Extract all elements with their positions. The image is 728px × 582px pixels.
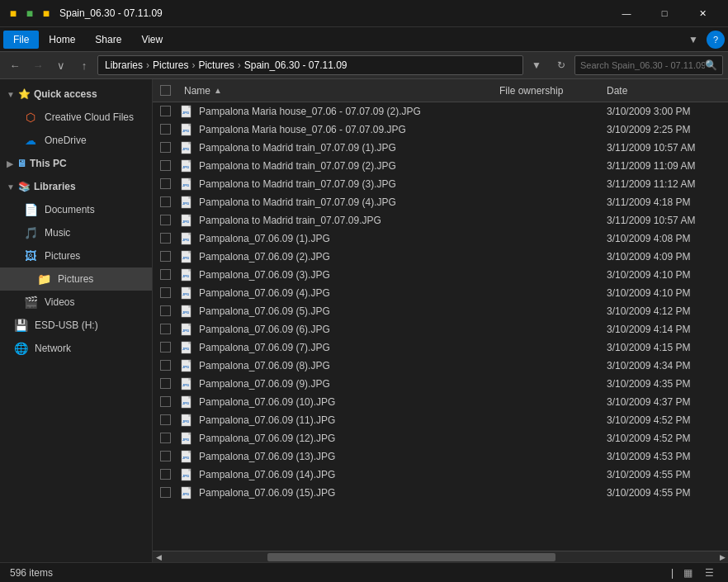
row-checkbox[interactable] xyxy=(160,124,171,135)
table-row[interactable]: JPG Pampalona Maria house_07.06 - 07.07.… xyxy=(153,121,728,139)
jpg-file-icon: JPG xyxy=(181,468,194,481)
view-toggle-buttons: ▦ ☰ xyxy=(678,564,718,582)
table-row[interactable]: JPG Pampalona_07.06.09 (14).JPG 3/10/200… xyxy=(153,466,728,484)
details-view-button[interactable]: ▦ xyxy=(678,564,697,582)
back-button[interactable]: ← xyxy=(5,55,25,75)
col-ownership-header[interactable]: File ownership xyxy=(493,85,600,97)
search-icon[interactable]: 🔍 xyxy=(705,59,717,71)
row-checkbox[interactable] xyxy=(160,487,171,498)
row-checkbox[interactable] xyxy=(160,106,171,116)
svg-text:JPG: JPG xyxy=(182,274,189,278)
menu-view[interactable]: View xyxy=(131,31,173,49)
row-checkbox[interactable] xyxy=(160,215,171,225)
sidebar-item-onedrive[interactable]: ☁ OneDrive xyxy=(0,129,152,152)
row-checkbox[interactable] xyxy=(160,269,171,280)
sidebar-item-pictures-lib[interactable]: 🖼 Pictures xyxy=(0,244,152,267)
window: ■ ■ ■ Spain_06.30 - 07.11.09 — □ ✕ File … xyxy=(0,0,728,582)
sidebar-item-libraries[interactable]: ▼ 📚 Libraries xyxy=(0,175,152,198)
row-checkbox[interactable] xyxy=(160,396,171,407)
table-row[interactable]: JPG Pampalona_07.06.09 (5).JPG 3/10/2009… xyxy=(153,302,728,320)
sidebar-item-quick-access[interactable]: ▼ ⭐ Quick access xyxy=(0,83,152,106)
horizontal-scrollbar[interactable]: ◀ ▶ xyxy=(153,551,728,562)
row-checkbox[interactable] xyxy=(160,342,171,353)
table-row[interactable]: JPG Pampalona_07.06.09 (2).JPG 3/10/2009… xyxy=(153,248,728,266)
table-row[interactable]: JPG Pampalona_07.06.09 (6).JPG 3/10/2009… xyxy=(153,320,728,338)
row-checkbox[interactable] xyxy=(160,287,171,298)
row-checkbox[interactable] xyxy=(160,196,171,207)
table-row[interactable]: JPG Pampalona_07.06.09 (7).JPG 3/10/2009… xyxy=(153,338,728,357)
sidebar-item-esd-usb[interactable]: 💾 ESD-USB (H:) xyxy=(0,314,152,337)
row-checkbox[interactable] xyxy=(160,233,171,244)
up-button[interactable]: ↑ xyxy=(74,55,94,75)
select-all-checkbox[interactable] xyxy=(160,85,171,96)
file-name: Pampalona_07.06.09 (4).JPG xyxy=(199,287,330,299)
address-dropdown-button[interactable]: ▼ xyxy=(527,55,546,75)
row-checkbox[interactable] xyxy=(160,178,171,189)
sidebar-item-network[interactable]: 🌐 Network xyxy=(0,337,152,360)
row-checkbox[interactable] xyxy=(160,142,171,153)
menu-file[interactable]: File xyxy=(3,31,39,49)
col-date-header[interactable]: Date xyxy=(600,85,728,97)
table-row[interactable]: JPG Pampalona to Madrid train_07.07.09 (… xyxy=(153,175,728,193)
table-row[interactable]: JPG Pampalona_07.06.09 (15).JPG 3/10/200… xyxy=(153,484,728,502)
row-checkbox[interactable] xyxy=(160,469,171,480)
row-checkbox[interactable] xyxy=(160,324,171,334)
table-row[interactable]: JPG Pampalona_07.06.09 (13).JPG 3/10/200… xyxy=(153,447,728,466)
minimize-button[interactable]: — xyxy=(607,0,645,26)
row-checkbox[interactable] xyxy=(160,414,171,425)
jpg-file-icon: JPG xyxy=(181,359,194,372)
table-row[interactable]: JPG Pampalona_07.06.09 (1).JPG 3/10/2009… xyxy=(153,229,728,248)
table-row[interactable]: JPG Pampalona to Madrid train_07.07.09.J… xyxy=(153,211,728,229)
path-libraries[interactable]: Libraries xyxy=(105,59,143,71)
sidebar-item-music[interactable]: 🎵 Music xyxy=(0,221,152,244)
sidebar-item-videos[interactable]: 🎬 Videos xyxy=(0,291,152,314)
close-button[interactable]: ✕ xyxy=(683,0,721,26)
menu-share[interactable]: Share xyxy=(85,31,131,49)
refresh-button[interactable]: ↻ xyxy=(551,55,571,75)
col-name-header[interactable]: Name ▲ xyxy=(177,85,493,97)
search-input[interactable] xyxy=(580,60,705,70)
row-checkbox[interactable] xyxy=(160,433,171,443)
table-row[interactable]: JPG Pampalona_07.06.09 (9).JPG 3/10/2009… xyxy=(153,375,728,393)
row-checkbox-cell xyxy=(153,178,177,189)
table-row[interactable]: JPG Pampalona to Madrid train_07.07.09 (… xyxy=(153,193,728,211)
maximize-button[interactable]: □ xyxy=(645,0,683,26)
table-row[interactable]: JPG Pampalona_07.06.09 (4).JPG 3/10/2009… xyxy=(153,284,728,302)
menu-home[interactable]: Home xyxy=(39,31,85,49)
file-name-cell: JPG Pampalona_07.06.09 (9).JPG xyxy=(177,377,493,390)
ribbon-collapse-arrow[interactable]: ▼ xyxy=(683,31,703,49)
sidebar-item-this-pc[interactable]: ▶ 🖥 This PC xyxy=(0,152,152,175)
path-folder[interactable]: Spain_06.30 - 07.11.09 xyxy=(244,59,347,71)
table-row[interactable]: JPG Pampalona to Madrid train_07.07.09 (… xyxy=(153,139,728,157)
table-row[interactable]: JPG Pampalona to Madrid train_07.07.09 (… xyxy=(153,157,728,175)
sidebar-item-documents[interactable]: 📄 Documents xyxy=(0,198,152,221)
table-row[interactable]: JPG Pampalona Maria house_07.06 - 07.07.… xyxy=(153,102,728,121)
table-row[interactable]: JPG Pampalona_07.06.09 (12).JPG 3/10/200… xyxy=(153,429,728,447)
file-name: Pampalona_07.06.09 (9).JPG xyxy=(199,378,330,390)
row-checkbox[interactable] xyxy=(160,378,171,389)
sidebar-item-pictures-active[interactable]: 📁 Pictures xyxy=(0,267,152,291)
music-icon: 🎵 xyxy=(23,225,38,240)
table-row[interactable]: JPG Pampalona_07.06.09 (10).JPG 3/10/200… xyxy=(153,393,728,411)
table-row[interactable]: JPG Pampalona_07.06.09 (11).JPG 3/10/200… xyxy=(153,411,728,429)
path-pictures2[interactable]: Pictures xyxy=(198,59,234,71)
scroll-left-arrow[interactable]: ◀ xyxy=(153,551,164,562)
help-button[interactable]: ? xyxy=(707,31,725,49)
scrollbar-thumb[interactable] xyxy=(267,553,555,561)
row-checkbox[interactable] xyxy=(160,251,171,262)
scroll-right-arrow[interactable]: ▶ xyxy=(716,551,728,562)
file-name: Pampalona_07.06.09 (13).JPG xyxy=(199,451,335,462)
table-row[interactable]: JPG Pampalona_07.06.09 (8).JPG 3/10/2009… xyxy=(153,357,728,375)
row-checkbox[interactable] xyxy=(160,451,171,461)
menu-bar: File Home Share View ▼ ? xyxy=(0,26,728,51)
row-checkbox[interactable] xyxy=(160,160,171,171)
up-dropdown-button[interactable]: ∨ xyxy=(51,55,71,75)
file-name-cell: JPG Pampalona_07.06.09 (6).JPG xyxy=(177,323,493,336)
row-checkbox[interactable] xyxy=(160,305,171,316)
path-pictures1[interactable]: Pictures xyxy=(153,59,188,71)
row-checkbox[interactable] xyxy=(160,360,171,371)
list-view-button[interactable]: ☰ xyxy=(700,564,718,582)
forward-button[interactable]: → xyxy=(28,55,48,75)
sidebar-item-creative-cloud[interactable]: ⬡ Creative Cloud Files xyxy=(0,106,152,129)
table-row[interactable]: JPG Pampalona_07.06.09 (3).JPG 3/10/2009… xyxy=(153,266,728,284)
